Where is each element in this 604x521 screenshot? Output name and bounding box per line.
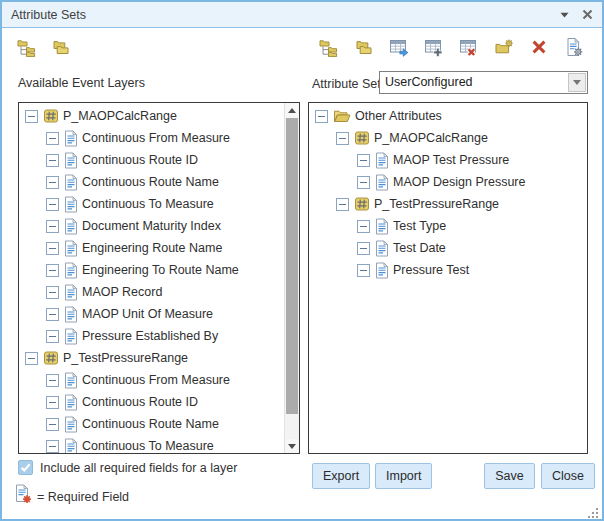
expand-collapse-box[interactable] — [25, 352, 38, 365]
tree-item[interactable]: Continuous Route Name — [19, 171, 299, 193]
export-table-icon[interactable] — [388, 36, 409, 57]
expand-collapse-box[interactable] — [25, 110, 38, 123]
expand-collapse-box[interactable] — [46, 396, 59, 409]
tree-item[interactable]: Continuous Route Name — [19, 413, 299, 435]
folder-tree-icon[interactable] — [16, 36, 37, 57]
tree-item[interactable]: P_MAOPCalcRange — [309, 127, 587, 149]
expand-collapse-box[interactable] — [46, 440, 59, 453]
include-required-fields-checkbox[interactable] — [18, 460, 33, 475]
expand-collapse-box[interactable] — [357, 154, 370, 167]
expand-collapse-box[interactable] — [46, 330, 59, 343]
tree-item[interactable]: P_TestPressureRange — [19, 347, 299, 369]
tree-item[interactable]: Document Maturity Index — [19, 215, 299, 237]
expand-collapse-box[interactable] — [46, 132, 59, 145]
expand-collapse-box[interactable] — [357, 176, 370, 189]
tree-item-label: Test Date — [393, 241, 446, 255]
tree-item-label: Continuous Route ID — [82, 395, 198, 409]
tree-item-label: Engineering To Route Name — [82, 263, 239, 277]
tree-item[interactable]: Test Type — [309, 215, 587, 237]
expand-collapse-box[interactable] — [46, 286, 59, 299]
expand-collapse-box[interactable] — [46, 308, 59, 321]
expand-collapse-box[interactable] — [46, 242, 59, 255]
available-event-layers-label: Available Event Layers — [18, 76, 145, 90]
folder-tree-icon[interactable] — [318, 36, 339, 57]
attribute-set-dropdown[interactable]: UserConfigured — [379, 71, 588, 94]
import-button[interactable]: Import — [375, 463, 432, 489]
document-icon — [64, 416, 78, 433]
tree-item[interactable]: Pressure Established By — [19, 325, 299, 347]
tree-item[interactable]: MAOP Record — [19, 281, 299, 303]
document-icon — [64, 394, 78, 411]
document-icon — [64, 438, 78, 455]
folders-icon[interactable] — [353, 36, 374, 57]
tree-item-label: Document Maturity Index — [82, 219, 221, 233]
tree-item-label: Pressure Test — [393, 263, 469, 277]
tree-item-label: Continuous From Measure — [82, 373, 230, 387]
tree-item[interactable]: Continuous Route ID — [19, 149, 299, 171]
document-icon — [64, 284, 78, 301]
tree-item[interactable]: P_TestPressureRange — [309, 193, 587, 215]
tree-item[interactable]: Continuous To Measure — [19, 193, 299, 215]
dropdown-arrow-button[interactable] — [568, 73, 586, 92]
expand-collapse-box[interactable] — [336, 198, 349, 211]
export-button[interactable]: Export — [312, 463, 370, 489]
tree-item[interactable]: Engineering Route Name — [19, 237, 299, 259]
tree-item[interactable]: MAOP Unit Of Measure — [19, 303, 299, 325]
tree-item[interactable]: MAOP Test Pressure — [309, 149, 587, 171]
expand-collapse-box[interactable] — [357, 264, 370, 277]
tree-item[interactable]: Continuous From Measure — [19, 127, 299, 149]
scroll-thumb[interactable] — [286, 118, 298, 414]
close-button[interactable]: Close — [541, 463, 595, 489]
tree-item[interactable]: Continuous To Measure — [19, 435, 299, 454]
expand-collapse-box[interactable] — [46, 154, 59, 167]
expand-collapse-box[interactable] — [46, 176, 59, 189]
collapse-dialog-icon[interactable] — [560, 12, 569, 18]
folder-open-icon — [333, 109, 351, 123]
scroll-down-button[interactable] — [285, 439, 299, 453]
expand-collapse-box[interactable] — [315, 110, 328, 123]
left-tree-scrollbar[interactable] — [284, 103, 299, 453]
expand-collapse-box[interactable] — [357, 242, 370, 255]
tree-item[interactable]: Continuous From Measure — [19, 369, 299, 391]
scroll-up-icon — [288, 108, 296, 113]
available-layers-panel: P_MAOPCalcRangeContinuous From MeasureCo… — [18, 102, 300, 454]
expand-collapse-box[interactable] — [357, 220, 370, 233]
add-table-icon[interactable] — [423, 36, 444, 57]
expand-collapse-box[interactable] — [336, 132, 349, 145]
available-layers-tree: P_MAOPCalcRangeContinuous From MeasureCo… — [19, 103, 299, 454]
tree-item[interactable]: Continuous Route ID — [19, 391, 299, 413]
document-icon — [64, 328, 78, 345]
titlebar[interactable]: Attribute Sets — [2, 2, 602, 28]
document-icon — [64, 372, 78, 389]
save-button[interactable]: Save — [484, 463, 535, 489]
page-settings-icon[interactable] — [563, 36, 584, 57]
tree-item[interactable]: Test Date — [309, 237, 587, 259]
expand-collapse-box[interactable] — [46, 264, 59, 277]
expand-collapse-box[interactable] — [46, 418, 59, 431]
tree-item[interactable]: Other Attributes — [309, 105, 587, 127]
tree-item[interactable]: P_MAOPCalcRange — [19, 105, 299, 127]
tree-item-label: Engineering Route Name — [82, 241, 222, 255]
delete-icon[interactable] — [528, 36, 549, 57]
scroll-up-button[interactable] — [285, 103, 299, 117]
required-field-icon — [15, 484, 33, 504]
chevron-down-icon — [573, 80, 581, 85]
tree-item[interactable]: Engineering To Route Name — [19, 259, 299, 281]
tree-item-label: Continuous To Measure — [82, 439, 214, 453]
tree-item-label: Continuous To Measure — [82, 197, 214, 211]
document-icon — [375, 240, 389, 257]
tree-item-label: Test Type — [393, 219, 446, 233]
close-icon[interactable] — [582, 9, 593, 20]
tree-item-label: P_MAOPCalcRange — [374, 131, 488, 145]
expand-collapse-box[interactable] — [46, 198, 59, 211]
document-icon — [375, 218, 389, 235]
tree-item[interactable]: Pressure Test — [309, 259, 587, 281]
expand-collapse-box[interactable] — [46, 220, 59, 233]
folder-settings-icon[interactable] — [493, 36, 514, 57]
expand-collapse-box[interactable] — [46, 374, 59, 387]
delete-table-icon[interactable] — [458, 36, 479, 57]
resize-grip[interactable] — [588, 505, 599, 516]
tree-item[interactable]: MAOP Design Pressure — [309, 171, 587, 193]
scroll-down-icon — [288, 444, 296, 449]
folders-icon[interactable] — [50, 36, 71, 57]
